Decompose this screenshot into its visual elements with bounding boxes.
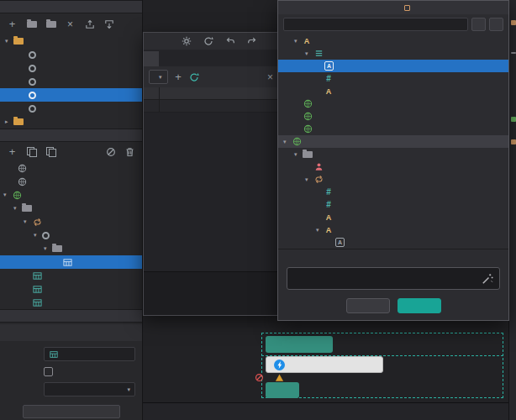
- expand-arrow[interactable]: ▾: [316, 227, 324, 234]
- collapse-all-button[interactable]: [471, 18, 486, 31]
- binding-item-execute[interactable]: ▾: [278, 135, 508, 148]
- table-icon: [49, 350, 59, 359]
- tree-item-getConsultantDetails[interactable]: [0, 61, 142, 75]
- export-button[interactable]: [103, 18, 114, 29]
- tab-columns-and-values[interactable]: [144, 51, 159, 66]
- expand-arrow[interactable]: ▾: [13, 205, 22, 212]
- refresh-columns-button[interactable]: [189, 71, 200, 82]
- copy-step-button[interactable]: [26, 146, 37, 157]
- binding-item-repeat[interactable]: ▾: [278, 173, 508, 186]
- binding-item-index[interactable]: #: [278, 186, 508, 198]
- add-step-button[interactable]: +: [7, 146, 18, 157]
- expand-arrow[interactable]: ▾: [305, 176, 313, 183]
- output-checkbox[interactable]: [44, 367, 53, 376]
- close-icon[interactable]: ×: [265, 71, 276, 82]
- expand-arrow[interactable]: ▸: [5, 118, 13, 125]
- actions-tree: ▾: [0, 34, 142, 129]
- step-item-database-update-selected[interactable]: [0, 255, 142, 269]
- expand-arrow[interactable]: ▾: [294, 151, 303, 158]
- step-item-steps[interactable]: ▾: [0, 202, 142, 215]
- save-updates-button[interactable]: [266, 336, 333, 353]
- steps-folder-icon: [303, 151, 313, 158]
- step-item-database-update-1[interactable]: [0, 269, 142, 282]
- update-options-button[interactable]: [23, 405, 120, 418]
- keyword-input[interactable]: [266, 356, 383, 373]
- undo-icon[interactable]: [224, 36, 235, 47]
- save-button[interactable]: [266, 382, 299, 398]
- binding-item-now-utc[interactable]: [278, 110, 508, 123]
- tree-item-filterConsultants[interactable]: [0, 48, 142, 61]
- import-button[interactable]: [84, 18, 95, 29]
- search-input[interactable]: [283, 18, 468, 31]
- delete-step-button[interactable]: [124, 146, 135, 157]
- connection-select[interactable]: ▾: [44, 382, 135, 396]
- step-item-steps-inner[interactable]: ▾: [0, 242, 142, 255]
- step-item-database-update-2[interactable]: [0, 282, 142, 296]
- expand-arrow[interactable]: ▾: [294, 38, 303, 45]
- binding-item-steps[interactable]: ▾: [278, 148, 508, 160]
- table-row[interactable]: [144, 100, 281, 113]
- binding-item-record[interactable]: ▾: [278, 47, 508, 60]
- binding-item-value[interactable]: ▾ A: [278, 223, 508, 236]
- repeat-icon: [313, 175, 324, 184]
- binding-item-keyword-selected[interactable]: A: [278, 60, 508, 72]
- column-header-column: [159, 87, 281, 99]
- folder-icon: [13, 118, 24, 125]
- action-icon: [29, 105, 36, 113]
- step-item-execute[interactable]: ▾: [0, 188, 142, 202]
- name-input[interactable]: [44, 347, 135, 361]
- tree-item-user[interactable]: ▸: [0, 115, 142, 129]
- step-item-exec[interactable]: ▾: [0, 228, 142, 242]
- problem-counters[interactable]: [254, 373, 291, 382]
- binding-item-keyword-child[interactable]: A: [278, 236, 508, 249]
- step-item-repeat[interactable]: ▾: [0, 215, 142, 228]
- add-column-button[interactable]: +: [173, 71, 184, 82]
- binding-item-post-raw[interactable]: A: [278, 85, 508, 97]
- edge-chip: [511, 20, 516, 25]
- expand-arrow[interactable]: ▾: [44, 245, 52, 252]
- manage-folder-button[interactable]: [45, 18, 56, 29]
- edge-chip: [511, 139, 516, 144]
- binding-item-userid[interactable]: #: [278, 72, 508, 85]
- tree-item-consultant[interactable]: ▾: [0, 34, 142, 48]
- expand-arrow[interactable]: ▾: [24, 218, 32, 225]
- formatter-wand-icon[interactable]: [482, 273, 493, 286]
- expand-arrow[interactable]: ▾: [305, 50, 313, 57]
- step-item-cookie[interactable]: [0, 175, 142, 188]
- list-icon: [313, 49, 324, 58]
- update-table-select[interactable]: ▾: [149, 70, 168, 84]
- expand-arrow[interactable]: ▾: [283, 139, 292, 145]
- properties-panel-header: [0, 309, 142, 323]
- new-folder-button[interactable]: [26, 18, 37, 29]
- binding-item-timestamp[interactable]: [278, 123, 508, 135]
- expand-all-button[interactable]: [489, 18, 503, 31]
- binding-item-name[interactable]: A: [278, 211, 508, 223]
- add-action-button[interactable]: +: [7, 18, 18, 29]
- tree-item-updConsultKeys[interactable]: [0, 88, 142, 102]
- window-edge: [508, 0, 516, 420]
- gear-icon[interactable]: [181, 36, 192, 47]
- binding-item-now[interactable]: [278, 97, 508, 110]
- disable-step-button[interactable]: [105, 146, 116, 157]
- person-icon: [313, 162, 324, 171]
- delete-action-button[interactable]: ×: [65, 18, 76, 29]
- step-item-database-update-3[interactable]: [0, 296, 142, 309]
- expand-arrow[interactable]: ▾: [5, 38, 13, 45]
- cancel-button[interactable]: [346, 298, 390, 313]
- expand-arrow[interactable]: ▾: [34, 232, 42, 239]
- refresh-icon[interactable]: [203, 36, 213, 47]
- binding-item-security-identify[interactable]: [278, 160, 508, 173]
- binding-item-post[interactable]: ▾ A: [278, 34, 508, 47]
- connection-property-row: ▾: [0, 382, 142, 396]
- select-button[interactable]: [398, 298, 441, 313]
- expression-editor[interactable]: [287, 267, 500, 290]
- step-item-env[interactable]: [0, 161, 142, 175]
- paste-step-button[interactable]: [45, 146, 56, 157]
- redo-icon[interactable]: [246, 36, 257, 47]
- expand-arrow[interactable]: ▾: [3, 192, 12, 198]
- tree-item-updConsultant[interactable]: [0, 75, 142, 88]
- binding-item-number[interactable]: #: [278, 198, 508, 211]
- edge-chip: [511, 117, 516, 122]
- string-field-icon: A: [335, 238, 345, 247]
- tree-item-updPhoto[interactable]: [0, 102, 142, 115]
